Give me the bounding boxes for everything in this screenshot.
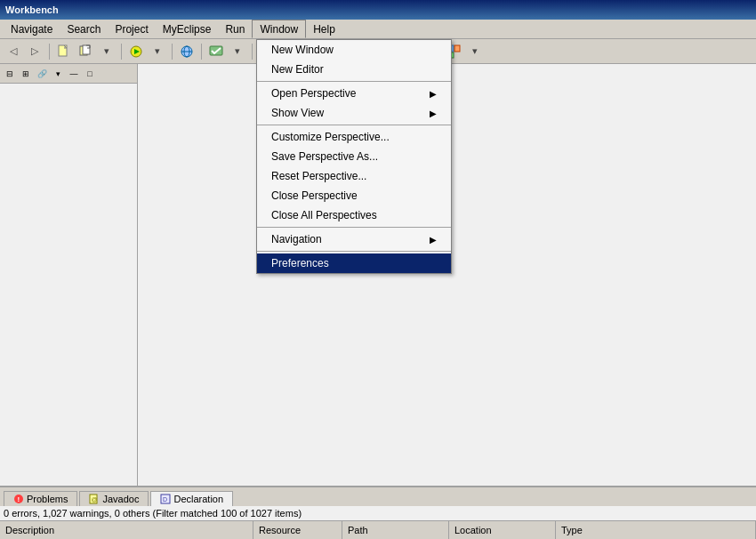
- preferences-label: Preferences: [271, 257, 329, 270]
- sep2: [257, 125, 451, 125]
- menu-preferences[interactable]: Preferences: [257, 253, 451, 273]
- menu-show-view[interactable]: Show View ▶: [257, 103, 451, 123]
- open-perspective-arrow: ▶: [430, 89, 437, 99]
- sep1: [257, 81, 451, 82]
- menu-customize-perspective[interactable]: Customize Perspective...: [257, 127, 451, 147]
- customize-perspective-label: Customize Perspective...: [271, 131, 390, 143]
- save-perspective-label: Save Perspective As...: [271, 150, 378, 163]
- menu-new-editor[interactable]: New Editor: [257, 60, 451, 79]
- navigation-arrow: ▶: [430, 235, 437, 245]
- menu-close-perspective[interactable]: Close Perspective: [257, 186, 451, 205]
- menu-new-window[interactable]: New Window: [257, 40, 451, 60]
- navigation-label: Navigation: [271, 233, 322, 245]
- sep3: [257, 227, 451, 228]
- sep4: [257, 251, 451, 252]
- new-window-label: New Window: [271, 44, 334, 56]
- close-all-perspectives-label: Close All Perspectives: [271, 209, 377, 221]
- menu-close-all-perspectives[interactable]: Close All Perspectives: [257, 205, 451, 225]
- menu-save-perspective[interactable]: Save Perspective As...: [257, 147, 451, 166]
- menu-open-perspective[interactable]: Open Perspective ▶: [257, 84, 451, 103]
- close-perspective-label: Close Perspective: [271, 189, 358, 202]
- show-view-arrow: ▶: [430, 109, 437, 118]
- dropdown-overlay[interactable]: New Window New Editor Open Perspective ▶…: [0, 0, 756, 539]
- window-dropdown-menu: New Window New Editor Open Perspective ▶…: [256, 39, 452, 274]
- menu-reset-perspective[interactable]: Reset Perspective...: [257, 166, 451, 186]
- new-editor-label: New Editor: [271, 63, 324, 76]
- menu-navigation[interactable]: Navigation ▶: [257, 229, 451, 249]
- show-view-label: Show View: [271, 107, 324, 119]
- open-perspective-label: Open Perspective: [271, 87, 356, 100]
- reset-perspective-label: Reset Perspective...: [271, 170, 366, 182]
